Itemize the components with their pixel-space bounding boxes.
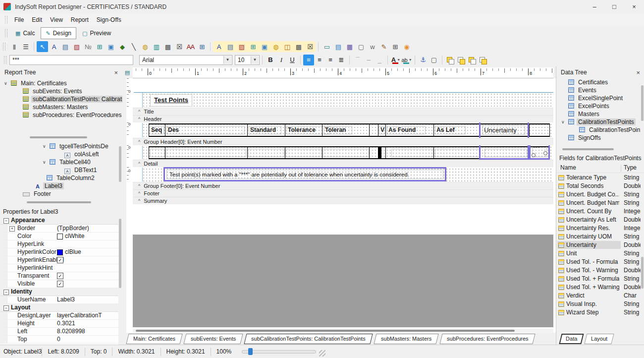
property-hyperlinkcolor[interactable]: HyperlinkColorclBlue xyxy=(0,248,119,256)
band-caret-icon[interactable]: ^ xyxy=(138,198,140,203)
property-value[interactable]: clBlue xyxy=(57,248,119,256)
tab-design[interactable]: ✎Design xyxy=(41,27,76,39)
scrollbar-thumb[interactable] xyxy=(562,148,614,150)
property-designlayer[interactable]: DesignLayerlayerCalibrationT xyxy=(0,312,119,320)
panel-tab-layout[interactable]: Layout xyxy=(585,334,614,344)
char-style-tool-icon[interactable]: AA xyxy=(185,41,196,52)
band-group-footer-0-event-number[interactable]: ^Group Footer[0]: Event Number xyxy=(133,182,553,189)
toolbar-grip[interactable] xyxy=(5,16,7,24)
font-color-button[interactable]: A▼ xyxy=(390,55,401,65)
report-tab-subevents-events[interactable]: subEvents: Events xyxy=(183,334,243,344)
checkbox-tool-icon[interactable]: ☒ xyxy=(173,41,185,52)
report-node-subprocedures-eventprocedures[interactable]: subProcedures: EventProcedures xyxy=(0,111,122,119)
paintbrush-icon[interactable]: ✎ xyxy=(378,41,389,52)
group-cell[interactable] xyxy=(248,149,285,157)
label-tool-icon[interactable]: A xyxy=(48,41,59,52)
band-footer[interactable]: ^Footer xyxy=(133,189,553,197)
bold-button[interactable]: B xyxy=(265,55,276,65)
property-value[interactable] xyxy=(57,264,119,272)
image-tool-icon[interactable]: ▣ xyxy=(105,41,116,52)
table-tool-icon[interactable]: ⊞ xyxy=(196,41,208,52)
fields-vscrollbar[interactable] xyxy=(641,174,644,319)
property-value[interactable]: 0.3021 xyxy=(57,320,119,327)
column-header-toleran[interactable]: Toleran xyxy=(323,126,352,134)
region-tool-icon[interactable]: ▥ xyxy=(151,41,162,52)
data-node-signoffs[interactable]: SignOffs xyxy=(556,134,640,142)
scrollbar-thumb[interactable] xyxy=(119,146,121,182)
property-hyperlinkenabled[interactable]: HyperlinkEnabled✓ xyxy=(0,256,119,264)
report-tab-submasters-masters[interactable]: subMasters: Masters xyxy=(374,334,438,344)
field-uncert-count-by[interactable]: Uncert. Count ByInteger xyxy=(556,207,640,216)
report-tree-hscrollbar[interactable] xyxy=(2,135,115,139)
data-tree-vscrollbar[interactable] xyxy=(641,78,644,146)
property-value[interactable]: ✓ xyxy=(57,272,119,280)
toolbar-grip[interactable] xyxy=(3,43,5,51)
object-node-footer[interactable]: Footer xyxy=(0,190,118,198)
close-icon[interactable]: × xyxy=(114,69,118,76)
anchor-button[interactable]: ⚓ xyxy=(418,55,429,65)
menu-item-file[interactable]: File xyxy=(10,15,28,25)
field-uncert-budget-co[interactable]: Uncert. Budget Co...String xyxy=(556,190,640,199)
band-title[interactable]: ^Title xyxy=(133,108,553,115)
field-used-tol-warning[interactable]: Used Tol. - WarningDouble xyxy=(556,266,640,275)
watermark-icon[interactable]: w xyxy=(367,41,378,52)
band-group-header-0-event-number[interactable]: ^Group Header[0]: Event Number xyxy=(133,138,553,145)
scrollbar-thumb[interactable] xyxy=(30,136,87,138)
property-value[interactable]: clWhite xyxy=(57,233,119,240)
richtext-tool-icon[interactable]: ▧ xyxy=(71,41,82,52)
collapse-icon[interactable]: − xyxy=(3,290,9,295)
report-node-main-certificates[interactable]: ∨Main: Certificates xyxy=(0,79,122,87)
toolbar-grip[interactable] xyxy=(4,56,6,64)
selected-label3[interactable]: Test point(s) marked with a "***" are po… xyxy=(163,167,446,181)
property-hyperlinkhint[interactable]: HyperlinkHint xyxy=(0,264,119,272)
field-used-tol-formula[interactable]: Used Tol. + FormulaString xyxy=(556,275,640,283)
property-value[interactable]: 8.0208998 xyxy=(57,328,119,335)
move-forward-button[interactable] xyxy=(467,55,478,65)
valign-bottom-button[interactable]: _ xyxy=(374,55,385,65)
scrollbar-thumb[interactable] xyxy=(27,201,91,203)
db-barcode-icon[interactable]: ◍ xyxy=(270,41,281,52)
panel-tab-data[interactable]: Data xyxy=(559,334,584,344)
band-caret-icon[interactable]: ^ xyxy=(138,117,140,121)
expand-caret-icon[interactable]: ∨ xyxy=(43,142,46,150)
close-button[interactable]: × xyxy=(624,0,644,13)
select-tool-icon[interactable]: ↖ xyxy=(37,41,48,52)
property-appearance[interactable]: −Appearance xyxy=(0,217,119,225)
report-node-subevents-events[interactable]: subEvents: Events xyxy=(0,87,122,95)
subreport-icon[interactable]: ▤ xyxy=(332,41,344,52)
column-type[interactable]: Type xyxy=(624,164,637,171)
field-uncertainty[interactable]: UncertaintyDouble xyxy=(556,241,640,249)
menu-item-report[interactable]: Report xyxy=(67,15,93,25)
memo-tool-icon[interactable]: ▤ xyxy=(59,41,71,52)
field-visual-insp[interactable]: Visual Insp.String xyxy=(556,300,640,308)
property-layout[interactable]: −Layout xyxy=(0,304,119,312)
column-divider[interactable] xyxy=(621,165,621,172)
band-caret-icon[interactable]: ^ xyxy=(138,183,140,188)
column-header-v[interactable]: V xyxy=(379,126,385,134)
collapse-icon[interactable]: − xyxy=(3,305,9,311)
menu-item-sign-offs[interactable]: Sign-Offs xyxy=(93,15,125,25)
column-header-des[interactable]: Des xyxy=(166,126,245,134)
property-value[interactable]: Label3 xyxy=(57,296,119,303)
band-caret-icon[interactable]: ^ xyxy=(138,139,140,144)
maximize-button[interactable]: □ xyxy=(604,0,624,13)
tab-calc[interactable]: ▦Calc xyxy=(10,27,40,39)
band-header[interactable]: ^Header xyxy=(133,115,553,122)
zoom-slider-thumb[interactable] xyxy=(248,348,253,355)
canvas-hscrollbar[interactable] xyxy=(133,329,553,333)
properties-vscrollbar[interactable] xyxy=(118,217,122,345)
group-cell[interactable] xyxy=(435,149,480,157)
field-used-tol-formula[interactable]: Used Tol. - FormulaString xyxy=(556,258,640,266)
report-node-subcalibrationtestpoints-calibrationt[interactable]: subCalibrationTestPoints: CalibrationT xyxy=(0,95,122,103)
line-tool-icon[interactable]: ╲ xyxy=(128,41,139,52)
field-total-seconds[interactable]: Total SecondsDouble xyxy=(556,182,640,190)
tab-preview[interactable]: ▢Preview xyxy=(77,27,116,39)
band-caret-icon[interactable]: ^ xyxy=(138,109,140,114)
font-size-combo[interactable]: 10▼ xyxy=(235,55,260,65)
data-node-calibrationtestpoints[interactable]: ∨CalibrationTestPoints xyxy=(556,118,640,126)
object-tree-hscrollbar[interactable] xyxy=(2,200,115,204)
property-value[interactable]: ✓ xyxy=(57,280,119,288)
db-checkbox-icon[interactable]: ☒ xyxy=(304,41,316,52)
scrollbar-thumb[interactable] xyxy=(641,257,644,289)
data-node-certificates[interactable]: Certificates xyxy=(556,78,640,86)
